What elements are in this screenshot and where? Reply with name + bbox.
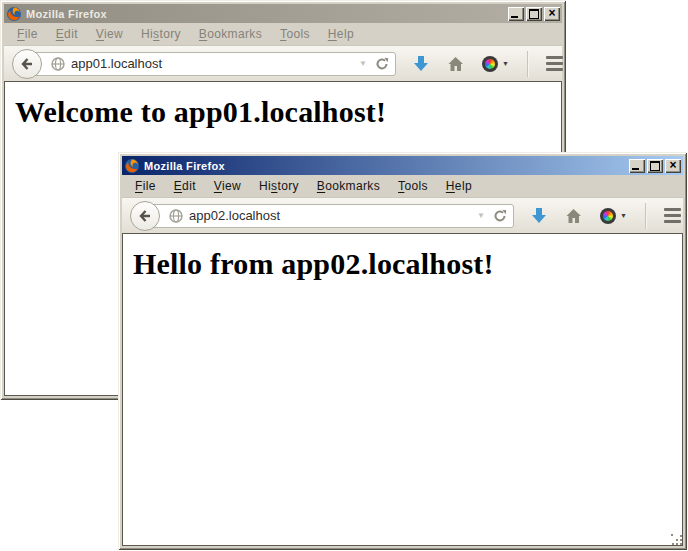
menu-tools[interactable]: Tools <box>389 176 437 196</box>
globe-icon <box>169 209 183 223</box>
url-bar[interactable]: app01.localhost ▼ <box>28 52 396 76</box>
browser-window-app02: Mozilla Firefox × File Edit View History… <box>118 152 687 550</box>
toolbar-separator <box>527 51 528 77</box>
page-heading: Welcome to app01.localhost! <box>15 95 561 129</box>
menu-view[interactable]: View <box>87 24 132 44</box>
home-icon[interactable] <box>565 208 582 224</box>
window-title: Mozilla Firefox <box>26 8 504 20</box>
minimize-button[interactable] <box>508 7 524 21</box>
url-dropdown-icon[interactable]: ▼ <box>359 59 367 68</box>
caption-buttons: × <box>508 7 560 21</box>
url-dropdown-icon[interactable]: ▼ <box>477 211 485 220</box>
page-content: Hello from app02.localhost! <box>122 233 683 546</box>
url-input[interactable]: app01.localhost <box>71 56 359 71</box>
caption-buttons: × <box>629 159 681 173</box>
maximize-button[interactable] <box>647 159 663 173</box>
page-heading: Hello from app02.localhost! <box>133 247 682 281</box>
maximize-button[interactable] <box>526 7 542 21</box>
menu-history[interactable]: History <box>250 176 308 196</box>
menu-help[interactable]: Help <box>319 24 363 44</box>
toolbar-separator <box>645 203 646 229</box>
chevron-down-icon: ▼ <box>620 212 627 219</box>
menu-file[interactable]: File <box>126 176 165 196</box>
firefox-logo-icon <box>124 158 140 174</box>
menu-edit[interactable]: Edit <box>165 176 205 196</box>
close-button[interactable]: × <box>665 159 681 173</box>
url-input[interactable]: app02.localhost <box>189 208 477 223</box>
menu-view[interactable]: View <box>205 176 250 196</box>
menu-hamburger-button[interactable] <box>664 208 681 223</box>
navigation-toolbar: app02.localhost ▼ ▼ <box>122 197 683 233</box>
colorwheel-icon <box>482 56 498 72</box>
download-icon[interactable] <box>531 207 547 224</box>
back-button[interactable] <box>130 201 160 231</box>
menu-bar: File Edit View History Bookmarks Tools H… <box>122 175 683 197</box>
download-icon[interactable] <box>413 55 429 72</box>
resize-grip-icon[interactable] <box>671 534 684 547</box>
titlebar[interactable]: Mozilla Firefox × <box>4 4 562 23</box>
colorwheel-addon-button[interactable]: ▼ <box>600 208 627 224</box>
back-arrow-icon <box>19 56 35 72</box>
toolbar-icons: ▼ <box>413 51 563 77</box>
back-button[interactable] <box>12 49 42 79</box>
titlebar[interactable]: Mozilla Firefox × <box>122 156 683 175</box>
menu-help[interactable]: Help <box>437 176 481 196</box>
menu-bookmarks[interactable]: Bookmarks <box>190 24 271 44</box>
reload-icon[interactable] <box>493 209 507 223</box>
toolbar-icons: ▼ <box>531 203 681 229</box>
menu-tools[interactable]: Tools <box>271 24 319 44</box>
colorwheel-icon <box>600 208 616 224</box>
chevron-down-icon: ▼ <box>502 60 509 67</box>
menu-bookmarks[interactable]: Bookmarks <box>308 176 389 196</box>
reload-icon[interactable] <box>375 57 389 71</box>
menu-bar: File Edit View History Bookmarks Tools H… <box>4 23 562 45</box>
window-title: Mozilla Firefox <box>144 160 625 172</box>
menu-edit[interactable]: Edit <box>47 24 87 44</box>
navigation-toolbar: app01.localhost ▼ ▼ <box>4 45 562 81</box>
menu-history[interactable]: History <box>132 24 190 44</box>
firefox-logo-icon <box>6 6 22 22</box>
menu-file[interactable]: File <box>8 24 47 44</box>
home-icon[interactable] <box>447 56 464 72</box>
colorwheel-addon-button[interactable]: ▼ <box>482 56 509 72</box>
back-arrow-icon <box>137 208 153 224</box>
close-button[interactable]: × <box>544 7 560 21</box>
globe-icon <box>51 57 65 71</box>
url-bar[interactable]: app02.localhost ▼ <box>146 204 514 228</box>
minimize-button[interactable] <box>629 159 645 173</box>
menu-hamburger-button[interactable] <box>546 56 563 71</box>
